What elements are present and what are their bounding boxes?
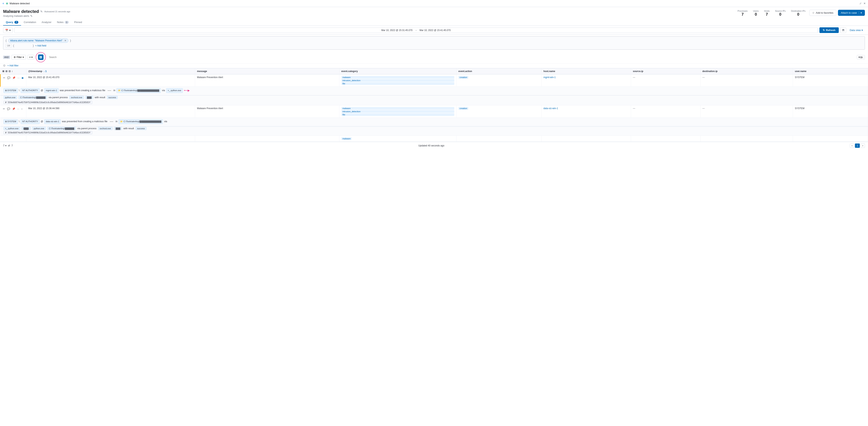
chevron-down-icon: ▾	[23, 56, 24, 59]
stat-users: Users 0	[753, 10, 759, 17]
sort-icon[interactable]: ↕	[12, 70, 13, 73]
more-actions-button[interactable]: ···	[17, 107, 20, 111]
column-user-name[interactable]: user.name	[793, 68, 868, 75]
comment-row-button[interactable]: 💬	[7, 76, 11, 80]
subtitle-text: Analyzing malware alerts	[3, 15, 29, 18]
tab-analyzer[interactable]: Analyzer	[39, 19, 54, 26]
column-source-ip[interactable]: source.ip	[631, 68, 700, 75]
destination-ip-cell	[700, 136, 793, 142]
date-picker-button[interactable]: 📅 ▾	[3, 28, 13, 33]
expand-row-button[interactable]: ○	[21, 107, 23, 111]
message-cell	[195, 136, 339, 142]
expand-row-button[interactable]: ◉	[21, 76, 24, 80]
add-tab-icon[interactable]: +	[2, 2, 4, 5]
filter-icon: ⚙	[14, 56, 16, 59]
filter-help-icon: 🛈	[3, 64, 5, 67]
expand-icon[interactable]: ⊡	[8, 70, 10, 73]
stat-destination-ips: Destination IPs 0	[791, 10, 805, 17]
table-header-row: ⊞ ⊟ ⊡ ↕ @timestamp ↓ 1 message event.cat…	[0, 68, 868, 75]
column-host-name[interactable]: host.name	[541, 68, 631, 75]
row-actions-cell: ✏ 💬 📌 ··· ◉	[0, 75, 26, 87]
prev-page-button[interactable]: ‹	[850, 143, 854, 148]
timeline-toolbar: 📅 ▾ Mar 10, 2022 @ 15:31:45.070 → Mar 10…	[0, 26, 868, 35]
stats-panel: Processes 7 Users 0 Hosts 7 Source IPs 0…	[738, 9, 805, 17]
header: Malware detected ✎ Autosaved 21 seconds …	[0, 7, 868, 18]
window-title: Malware detected	[9, 2, 30, 5]
updated-label: Updated 40 seconds ago	[418, 144, 444, 147]
tab-bar: Query 7 Correlation Analyzer Notes 1 Pin…	[0, 19, 868, 26]
filter-button[interactable]: ⚙ Filter ▾	[11, 55, 26, 60]
tab-correlation[interactable]: Correlation	[21, 19, 39, 26]
event-action-cell	[457, 136, 541, 142]
expanded-row: ⊞ SYSTEM \ NT AUTHORITY @ data-viz-win-1…	[0, 117, 868, 136]
rows-per-page-select[interactable]: 7 ▾	[3, 144, 6, 147]
destination-ip-cell: —	[700, 105, 793, 117]
date-start: Mar 10, 2022 @ 15:31:45.070	[381, 29, 412, 32]
grid-icon[interactable]: ⊟	[5, 70, 7, 73]
search-input[interactable]	[47, 55, 855, 59]
remove-query-pill-icon[interactable]: ✕	[64, 39, 66, 42]
tab-notes[interactable]: Notes 1	[54, 19, 71, 26]
add-filter-button[interactable]: + Add filter	[7, 64, 19, 67]
top-bar: + Malware detected ⤢ ✕	[0, 0, 868, 7]
add-to-favorites-button[interactable]: ☆ Add to favorites	[809, 10, 836, 16]
filter-bar: AND ⚙ Filter ▾ ≡ ▾ KQL	[0, 51, 868, 63]
tab-pinned[interactable]: Pinned	[71, 19, 85, 26]
destination-ip-cell: —	[700, 75, 793, 87]
events-table: ⊞ ⊟ ⊡ ↕ @timestamp ↓ 1 message event.cat…	[0, 68, 868, 142]
column-destination-ip[interactable]: destination.ip	[700, 68, 793, 75]
column-timestamp[interactable]: @timestamp ↓ 1	[26, 68, 195, 75]
share-button[interactable]: ⬒	[840, 27, 846, 33]
event-action-cell: creation	[457, 75, 541, 87]
minimize-icon[interactable]: ⤢	[860, 2, 862, 5]
query-pill-text: kibana.alert.rule.name: "Malware Prevent…	[10, 39, 62, 42]
expanded-row: ⊞ SYSTEM \ NT AUTHORITY @ mgmt-win-1 was…	[0, 87, 868, 106]
attach-to-case-button[interactable]: Attach to case ▾	[838, 10, 865, 16]
chevron-down-icon: ▾	[5, 144, 6, 147]
date-range[interactable]: Mar 10, 2022 @ 15:31:45.070 → Mar 10, 20…	[14, 28, 818, 33]
edit-title-icon[interactable]: ✎	[40, 10, 43, 13]
close-icon[interactable]: ✕	[864, 2, 866, 5]
refresh-button[interactable]: ↻ Refresh	[819, 27, 839, 33]
stat-source-ips: Source IPs 0	[775, 10, 785, 17]
host-name-cell: data-viz-win-1	[541, 105, 631, 117]
more-actions-button[interactable]: ···	[17, 76, 20, 80]
column-message[interactable]: message	[195, 68, 339, 75]
edit-subtitle-icon[interactable]: ✎	[30, 15, 33, 18]
and-badge: AND	[3, 56, 10, 59]
add-field-button[interactable]: + Add field	[35, 44, 46, 47]
next-page-button[interactable]: ›	[861, 143, 865, 148]
column-controls: ⊞ ⊟ ⊡ ↕	[0, 68, 26, 75]
edit-row-button[interactable]: ✏	[2, 107, 6, 111]
table-row: malware	[0, 136, 868, 142]
user-name-cell: SYSTEM	[793, 75, 868, 87]
chevron-down-icon: ▾	[862, 29, 863, 32]
comment-row-button[interactable]: 💬	[6, 107, 11, 111]
footer: 7 ▾ of 7 Updated 40 seconds ago ‹ 1 ›	[0, 142, 868, 149]
field-type-button[interactable]: ≡ ▾	[28, 55, 34, 60]
host-name-cell	[541, 136, 631, 142]
column-event-category[interactable]: event.category	[339, 68, 456, 75]
tab-query[interactable]: Query 7	[3, 19, 21, 26]
column-event-action[interactable]: event.action	[457, 68, 541, 75]
attach-chevron-icon: ▾	[859, 11, 862, 14]
close-paren: )	[70, 39, 71, 42]
row-actions-cell: ✏ 💬 📌 ··· ○	[0, 105, 26, 117]
edit-row-button[interactable]: ✏	[3, 76, 6, 80]
calendar-icon: 📅	[5, 29, 8, 32]
event-action-cell: creation	[457, 105, 541, 117]
pin-row-button[interactable]: 📌	[12, 76, 16, 80]
pagination: ‹ 1 ›	[850, 143, 865, 148]
query-pill[interactable]: kibana.alert.rule.name: "Malware Prevent…	[8, 38, 68, 43]
page-1-button[interactable]: 1	[855, 143, 860, 148]
pin-row-button[interactable]: 📌	[11, 107, 16, 111]
sort-asc-icon: ↓ 1	[43, 70, 46, 73]
event-category-cell: malware	[339, 136, 456, 142]
data-view-button[interactable]: Data view ▾	[848, 28, 865, 33]
or-badge: OR	[6, 44, 12, 48]
source-ip-cell	[631, 136, 700, 142]
kql-badge[interactable]: KQL	[857, 55, 865, 59]
settings-icon[interactable]: ⊞	[2, 70, 4, 73]
timestamp-cell: Mar 10, 2022 @ 15:41:45.070	[26, 75, 195, 87]
source-ip-cell: —	[631, 105, 700, 117]
